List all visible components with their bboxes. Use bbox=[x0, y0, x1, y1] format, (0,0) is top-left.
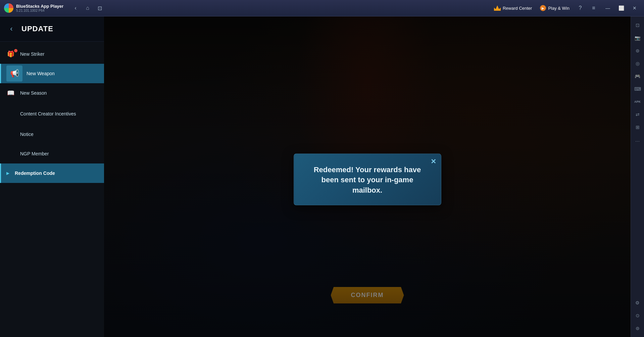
notice-icon bbox=[5, 129, 16, 140]
play-win-icon: ▶ bbox=[540, 5, 546, 11]
titlebar: BlueStacks App Player 5.21.101.1002 P64 … bbox=[0, 0, 644, 16]
back-button[interactable]: ‹ bbox=[70, 3, 81, 13]
reward-center-label: Reward Center bbox=[503, 6, 532, 11]
close-button[interactable]: ✕ bbox=[628, 0, 641, 16]
bottom-tool-1-button[interactable]: ⊙ bbox=[632, 309, 644, 322]
main-content: ‹ UPDATE 🎁 New Striker 📢 New Weapon 📖 Ne… bbox=[0, 16, 644, 337]
sidebar-item-label-content-creator: Content Creator Incentives bbox=[20, 111, 76, 116]
tabs-button[interactable]: ⊡ bbox=[94, 3, 105, 13]
screen-tool-button[interactable]: ⊡ bbox=[632, 19, 644, 31]
game-area: CONFIRM ✕ Redeemed! Your rewards have be… bbox=[104, 16, 631, 337]
sidebar-item-label-redemption-code: Redemption Code bbox=[15, 171, 55, 176]
sidebar-item-new-season[interactable]: 📖 New Season bbox=[0, 83, 104, 103]
sidebar-item-label-new-season: New Season bbox=[20, 90, 47, 96]
multi-tool-button[interactable]: ⊞ bbox=[632, 121, 644, 133]
sidebar-item-label-notice: Notice bbox=[20, 132, 34, 137]
home-button[interactable]: ⌂ bbox=[82, 3, 93, 13]
sidebar-item-new-striker[interactable]: 🎁 New Striker bbox=[0, 44, 104, 64]
crown-icon bbox=[494, 5, 501, 11]
play-win-label: Play & Win bbox=[548, 6, 569, 11]
app-info: BlueStacks App Player 5.21.101.1002 P64 bbox=[16, 4, 63, 13]
restore-button[interactable]: ⬜ bbox=[614, 0, 628, 16]
sync-tool-button[interactable]: ⇄ bbox=[632, 108, 644, 121]
sidebar-header: ‹ UPDATE bbox=[0, 16, 104, 42]
redemption-dialog: ✕ Redeemed! Your rewards have been sent … bbox=[294, 153, 441, 205]
play-win-button[interactable]: ▶ Play & Win bbox=[537, 4, 573, 12]
record-tool-button[interactable]: ⊚ bbox=[632, 45, 644, 57]
sidebar-title: UPDATE bbox=[21, 25, 53, 33]
help-button[interactable]: ? bbox=[574, 2, 586, 14]
sidebar-item-content-creator[interactable]: Content Creator Incentives bbox=[0, 103, 104, 125]
app-logo-area: BlueStacks App Player 5.21.101.1002 P64 bbox=[0, 3, 67, 13]
sidebar-item-label-ngp-member: NGP Member bbox=[20, 151, 49, 156]
settings-tool-button[interactable]: ⚙ bbox=[632, 297, 644, 309]
dialog-close-button[interactable]: ✕ bbox=[431, 158, 436, 164]
window-controls: — ⬜ ✕ bbox=[601, 0, 641, 16]
more-tool-button[interactable]: … bbox=[632, 134, 644, 146]
app-name: BlueStacks App Player bbox=[16, 4, 63, 9]
minimize-button[interactable]: — bbox=[601, 0, 614, 16]
sidebar-item-ngp-member[interactable]: NGP Member bbox=[0, 144, 104, 163]
bluestacks-logo bbox=[4, 3, 13, 13]
sidebar-item-new-weapon[interactable]: 📢 New Weapon bbox=[0, 64, 104, 83]
circle-tool-button[interactable]: ◎ bbox=[632, 57, 644, 69]
notification-dot bbox=[14, 49, 17, 52]
sidebar-item-label-new-striker: New Striker bbox=[20, 51, 44, 57]
apk-tool-button[interactable]: APK bbox=[632, 96, 644, 108]
sidebar-menu: 🎁 New Striker 📢 New Weapon 📖 New Season … bbox=[0, 42, 104, 186]
app-version: 5.21.101.1002 P64 bbox=[16, 9, 63, 12]
book-icon: 📖 bbox=[5, 88, 16, 98]
right-sidebar: ⊡ 📷 ⊚ ◎ 🎮 ⌨ APK ⇄ ⊞ … ⚙ ⊙ ⊚ bbox=[631, 16, 644, 337]
sidebar-item-label-new-weapon: New Weapon bbox=[27, 71, 55, 76]
creator-icon bbox=[5, 108, 16, 119]
gamepad-tool-button[interactable]: 🎮 bbox=[632, 70, 644, 82]
sidebar: ‹ UPDATE 🎁 New Striker 📢 New Weapon 📖 Ne… bbox=[0, 16, 104, 337]
arrow-indicator: ▶ bbox=[6, 171, 9, 176]
screenshot-tool-button[interactable]: 📷 bbox=[632, 32, 644, 44]
nav-buttons: ‹ ⌂ ⊡ bbox=[67, 3, 108, 13]
titlebar-right-controls: Reward Center ▶ Play & Win ? ≡ — ⬜ ✕ bbox=[491, 0, 644, 16]
sidebar-back-button[interactable]: ‹ bbox=[5, 23, 17, 35]
reward-center-button[interactable]: Reward Center bbox=[491, 4, 535, 12]
keyboard-tool-button[interactable]: ⌨ bbox=[632, 83, 644, 95]
megaphone-icon: 📢 bbox=[6, 65, 22, 82]
bottom-tool-2-button[interactable]: ⊚ bbox=[632, 322, 644, 334]
member-icon bbox=[5, 148, 16, 159]
menu-button[interactable]: ≡ bbox=[588, 2, 600, 14]
sidebar-item-redemption-code[interactable]: ▶ Redemption Code bbox=[0, 163, 104, 183]
dialog-message: Redeemed! Your rewards have been sent to… bbox=[306, 164, 429, 195]
sidebar-item-notice[interactable]: Notice bbox=[0, 125, 104, 144]
